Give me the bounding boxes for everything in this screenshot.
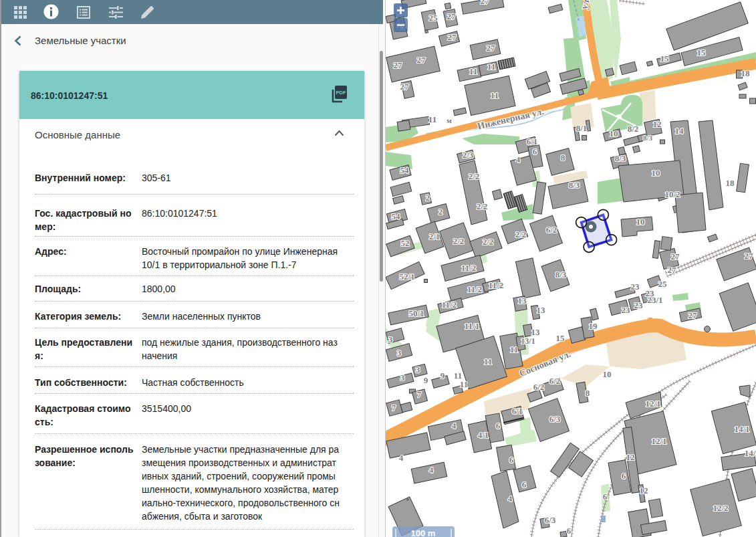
svg-text:4: 4 <box>452 421 457 431</box>
svg-text:12/1: 12/1 <box>645 399 660 409</box>
svg-text:12: 12 <box>653 119 662 129</box>
svg-text:15: 15 <box>556 333 565 343</box>
svg-text:27: 27 <box>400 82 410 92</box>
svg-text:27: 27 <box>394 60 403 70</box>
svg-text:18: 18 <box>741 68 751 78</box>
svg-text:6: 6 <box>567 526 572 536</box>
svg-text:13: 13 <box>531 327 541 337</box>
svg-text:23: 23 <box>622 305 631 315</box>
svg-text:11: 11 <box>469 66 477 76</box>
svg-text:27: 27 <box>668 265 677 275</box>
svg-text:8/2: 8/2 <box>628 124 639 134</box>
svg-text:4: 4 <box>516 154 521 165</box>
svg-text:27: 27 <box>688 310 698 320</box>
svg-text:13: 13 <box>518 296 527 306</box>
svg-text:6: 6 <box>603 492 608 502</box>
svg-text:6/2: 6/2 <box>549 376 561 386</box>
svg-text:2/2: 2/2 <box>469 171 480 181</box>
svg-text:27: 27 <box>487 43 496 53</box>
svg-text:12/1: 12/1 <box>651 436 666 446</box>
svg-text:PDF: PDF <box>336 90 346 96</box>
svg-text:11/2: 11/2 <box>442 300 457 310</box>
svg-text:14/: 14/ <box>745 448 756 458</box>
svg-text:11: 11 <box>491 90 499 100</box>
svg-text:10/2: 10/2 <box>664 189 680 199</box>
svg-text:10: 10 <box>610 128 618 138</box>
svg-text:11/2: 11/2 <box>467 284 482 294</box>
svg-text:4: 4 <box>429 465 434 475</box>
svg-text:52: 52 <box>401 238 410 248</box>
svg-text:6: 6 <box>509 455 514 465</box>
svg-text:15: 15 <box>697 47 707 58</box>
svg-text:11: 11 <box>487 62 495 72</box>
svg-text:10: 10 <box>603 369 612 379</box>
svg-text:23/1: 23/1 <box>647 295 662 305</box>
svg-text:10: 10 <box>652 168 660 178</box>
svg-text:6/2: 6/2 <box>533 382 545 392</box>
svg-text:6: 6 <box>522 479 527 490</box>
svg-text:27: 27 <box>448 32 457 42</box>
svg-text:4: 4 <box>399 453 404 463</box>
svg-text:3: 3 <box>400 372 405 383</box>
svg-text:12: 12 <box>640 486 648 496</box>
svg-text:27: 27 <box>417 55 426 65</box>
svg-text:13/1: 13/1 <box>521 336 535 346</box>
svg-text:4/1: 4/1 <box>478 430 489 440</box>
svg-text:6/1: 6/1 <box>512 406 523 416</box>
svg-text:15: 15 <box>660 53 670 64</box>
svg-text:8/1: 8/1 <box>576 123 588 133</box>
svg-text:25: 25 <box>429 13 438 23</box>
svg-text:4: 4 <box>508 494 513 504</box>
svg-text:2/2: 2/2 <box>483 237 494 247</box>
svg-text:14: 14 <box>675 126 684 136</box>
svg-text:12/2: 12/2 <box>713 503 728 513</box>
svg-text:11/2: 11/2 <box>489 280 503 290</box>
svg-text:11: 11 <box>460 379 468 389</box>
svg-text:3: 3 <box>397 348 402 358</box>
svg-text:18: 18 <box>726 178 735 188</box>
svg-text:6/3: 6/3 <box>545 515 556 525</box>
svg-text:7: 7 <box>392 403 396 413</box>
svg-text:52/1: 52/1 <box>399 272 414 282</box>
svg-text:2/2: 2/2 <box>515 229 527 239</box>
svg-text:9: 9 <box>440 370 445 381</box>
svg-text:50/1: 50/1 <box>408 308 424 318</box>
svg-text:3: 3 <box>416 364 420 374</box>
svg-text:13: 13 <box>537 305 546 315</box>
svg-text:6/2: 6/2 <box>546 225 557 235</box>
svg-text:27: 27 <box>447 11 457 21</box>
svg-text:8/3: 8/3 <box>555 270 567 280</box>
svg-text:11: 11 <box>428 114 436 124</box>
svg-text:9: 9 <box>424 375 428 385</box>
svg-text:14/1: 14/1 <box>734 424 749 434</box>
svg-text:6: 6 <box>622 471 626 481</box>
svg-text:12: 12 <box>626 452 635 462</box>
svg-text:3: 3 <box>388 334 393 344</box>
svg-text:2/2: 2/2 <box>453 236 465 246</box>
svg-text:11/2: 11/2 <box>461 263 476 273</box>
svg-text:м: м <box>447 116 452 124</box>
svg-text:2/1: 2/1 <box>429 231 440 241</box>
svg-text:54: 54 <box>400 165 410 175</box>
svg-text:27: 27 <box>671 251 680 261</box>
svg-text:8: 8 <box>586 388 590 398</box>
svg-text:2/2: 2/2 <box>477 201 488 211</box>
svg-text:6: 6 <box>496 421 501 431</box>
svg-text:6: 6 <box>533 146 537 156</box>
svg-text:8/3: 8/3 <box>569 180 580 190</box>
svg-text:11: 11 <box>510 344 518 354</box>
svg-text:27: 27 <box>481 0 490 6</box>
svg-text:8/3: 8/3 <box>615 153 626 163</box>
svg-text:11: 11 <box>484 356 492 366</box>
svg-text:6/1: 6/1 <box>527 136 538 146</box>
svg-text:8/3: 8/3 <box>643 134 653 142</box>
svg-text:23: 23 <box>634 300 644 310</box>
svg-text:2: 2 <box>438 207 443 217</box>
svg-text:8: 8 <box>561 152 565 163</box>
svg-text:2: 2 <box>426 193 430 203</box>
svg-text:25: 25 <box>658 279 668 289</box>
svg-text:19: 19 <box>589 321 598 331</box>
svg-text:100 m: 100 m <box>411 528 436 537</box>
svg-text:11/1: 11/1 <box>465 321 479 331</box>
svg-text:27: 27 <box>745 251 754 261</box>
